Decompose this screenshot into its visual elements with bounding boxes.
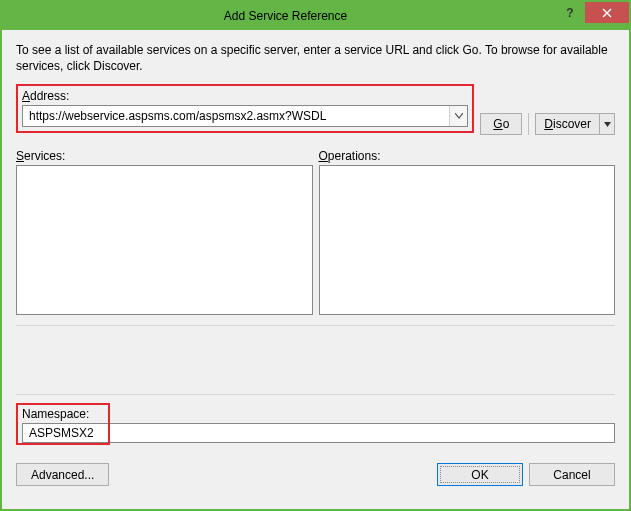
lists-row: Services: Operations: — [16, 149, 615, 315]
chevron-down-icon — [604, 122, 611, 127]
status-area — [16, 334, 615, 384]
advanced-button[interactable]: Advanced... — [16, 463, 109, 486]
button-separator — [528, 113, 529, 135]
close-icon — [602, 8, 612, 18]
discover-button[interactable]: Discover — [535, 113, 599, 135]
window-title: Add Service Reference — [12, 9, 629, 23]
address-input[interactable] — [23, 106, 449, 126]
address-dropdown-button[interactable] — [449, 106, 467, 126]
svg-marker-2 — [604, 122, 611, 127]
close-button[interactable] — [585, 2, 629, 23]
titlebar: Add Service Reference ? — [2, 2, 629, 30]
dialog-footer: Advanced... OK Cancel — [16, 463, 615, 486]
address-section-highlight: Address: — [16, 84, 474, 133]
instructions-text: To see a list of available services on a… — [16, 42, 615, 74]
cancel-button[interactable]: Cancel — [529, 463, 615, 486]
operations-label: Operations: — [319, 149, 616, 163]
operations-listbox[interactable] — [319, 165, 616, 315]
namespace-highlight: Namespace: — [16, 403, 110, 445]
go-button[interactable]: Go — [480, 113, 522, 135]
help-button[interactable]: ? — [555, 2, 585, 23]
address-label: Address: — [22, 89, 468, 103]
namespace-input[interactable] — [22, 423, 615, 443]
namespace-section: Namespace: — [16, 403, 615, 447]
namespace-label: Namespace: — [22, 407, 89, 421]
services-listbox[interactable] — [16, 165, 313, 315]
operations-column: Operations: — [319, 149, 616, 315]
divider — [16, 325, 615, 326]
services-column: Services: — [16, 149, 313, 315]
discover-dropdown-button[interactable] — [599, 113, 615, 135]
discover-split-button: Discover — [535, 113, 615, 135]
dialog-content: To see a list of available services on a… — [2, 30, 629, 509]
divider — [16, 394, 615, 395]
ok-button[interactable]: OK — [437, 463, 523, 486]
window-buttons: ? — [555, 2, 629, 30]
chevron-down-icon — [455, 113, 463, 119]
dialog-add-service-reference: Add Service Reference ? To see a list of… — [0, 0, 631, 511]
address-combo[interactable] — [22, 105, 468, 127]
services-label: Services: — [16, 149, 313, 163]
